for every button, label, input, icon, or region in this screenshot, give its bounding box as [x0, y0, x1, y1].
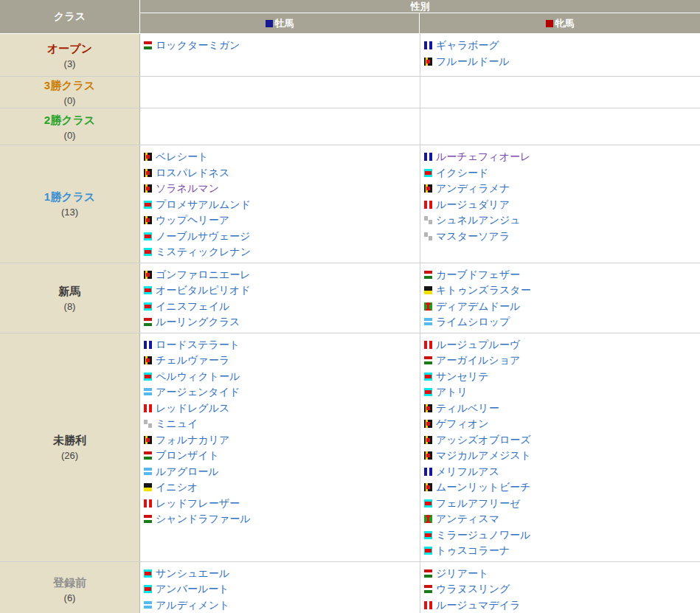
- horse-link[interactable]: ルージュダリア: [436, 198, 510, 210]
- horse-link[interactable]: アンティスマ: [436, 513, 499, 524]
- horse-item: アトリ: [424, 384, 697, 401]
- horse-link[interactable]: アッシズオブローズ: [436, 434, 531, 446]
- horse-link[interactable]: ウラヌスリング: [436, 583, 510, 595]
- red-white-green-flag-icon: [144, 41, 152, 49]
- horse-link[interactable]: レッドレグルス: [156, 402, 229, 414]
- horse-link[interactable]: イニスフェイル: [156, 300, 229, 312]
- female-horses-cell: ジリアートウラヌスリングルージュマデイラ: [420, 562, 700, 613]
- cyan-red-silk-icon: [424, 169, 432, 177]
- horse-link[interactable]: ソラネルマン: [156, 182, 219, 194]
- horse-link[interactable]: ルージュプルーヴ: [436, 339, 520, 350]
- horse-link[interactable]: ルーリングクラス: [156, 316, 240, 328]
- class-row: 2勝クラス(0): [0, 108, 700, 145]
- horse-link[interactable]: マスターソアラ: [436, 230, 510, 242]
- horse-link[interactable]: ペルウィクトール: [156, 370, 240, 382]
- table-body: オープン(3)ロックターミガンギャラボーグフルールドール3勝クラス(0)2勝クラ…: [0, 34, 700, 613]
- horse-item: アンバールート: [144, 581, 417, 598]
- horse-link[interactable]: ムーンリットビーチ: [436, 481, 530, 493]
- horse-link[interactable]: オービタルピリオド: [156, 284, 251, 296]
- horse-link[interactable]: カーブドフェザー: [436, 269, 520, 280]
- horse-link[interactable]: プロメサアルムンド: [156, 198, 251, 210]
- horse-link[interactable]: サンセリテ: [436, 370, 489, 382]
- horse-link[interactable]: ロードステラート: [156, 339, 240, 350]
- horse-link[interactable]: メリフルアス: [436, 465, 499, 477]
- class-count: (26): [61, 450, 78, 461]
- class-cell: 登録前(6): [0, 562, 140, 613]
- red-white-silk-icon: [144, 404, 152, 412]
- horse-link[interactable]: ウップヘリーア: [156, 214, 229, 226]
- horse-link[interactable]: ミラージュノワール: [436, 529, 530, 541]
- horse-link[interactable]: サンシュエール: [156, 567, 229, 579]
- horse-link[interactable]: イクシード: [436, 167, 488, 179]
- red-white-green-flag-icon: [424, 569, 432, 578]
- horse-link[interactable]: ギャラボーグ: [436, 39, 499, 51]
- horse-item: ルーチェフィオーレ: [424, 149, 697, 165]
- red-white-green-flag-icon: [144, 451, 152, 460]
- horse-link[interactable]: イニシオ: [156, 481, 198, 493]
- horse-item: マジカルアメジスト: [424, 448, 697, 464]
- horse-link[interactable]: キトゥンズラスター: [436, 284, 531, 296]
- horse-link[interactable]: シュネルアンジュ: [436, 214, 521, 226]
- horse-item: ロックターミガン: [144, 38, 417, 54]
- horse-item: ルージュプルーヴ: [424, 337, 697, 353]
- horse-link[interactable]: ゴンファロニエーレ: [156, 269, 251, 280]
- horse-link[interactable]: レッドフレーザー: [156, 497, 240, 509]
- black-yellow-red-silk-icon: [424, 436, 432, 444]
- class-label: オープン: [47, 41, 92, 56]
- horse-link[interactable]: ティルベリー: [436, 402, 499, 414]
- horse-item: トゥスコラーナ: [424, 543, 697, 559]
- horse-link[interactable]: ノーブルサヴェージ: [156, 230, 250, 242]
- horse-link[interactable]: ライムシロップ: [436, 316, 510, 328]
- horse-link[interactable]: フルールドール: [436, 55, 510, 67]
- class-label: 3勝クラス: [44, 78, 95, 93]
- horse-item: ウラヌスリング: [424, 581, 697, 598]
- cyan-red-silk-icon: [144, 302, 152, 311]
- male-column-header: 牡馬: [140, 13, 420, 33]
- class-count: (0): [64, 95, 76, 106]
- female-horses-cell: [420, 108, 700, 145]
- green-red-silk-icon: [424, 302, 432, 311]
- horse-item: ルーリングクラス: [144, 314, 417, 330]
- horse-link[interactable]: フォルナカリア: [156, 434, 229, 446]
- horse-link[interactable]: ルージュマデイラ: [436, 599, 520, 611]
- horse-link[interactable]: ルーチェフィオーレ: [436, 150, 530, 162]
- black-yellow-red-silk-icon: [424, 483, 432, 491]
- class-row: 登録前(6)サンシュエールアンバールートアルディメントジリアートウラヌスリングル…: [0, 562, 700, 613]
- female-horses-cell: ギャラボーグフルールドール: [420, 34, 700, 76]
- class-column-header: クラス: [0, 0, 140, 33]
- class-cell: 2勝クラス(0): [0, 108, 140, 145]
- horse-link[interactable]: ベレシート: [156, 150, 208, 162]
- horse-link[interactable]: アーガイルショア: [436, 354, 520, 366]
- horse-link[interactable]: アルディメント: [156, 599, 229, 611]
- horse-link[interactable]: ブロンザイト: [156, 449, 219, 461]
- cyan-red-silk-icon: [144, 201, 152, 209]
- horse-link[interactable]: ロスパレドネス: [156, 167, 229, 179]
- horse-link[interactable]: ゲフィオン: [436, 418, 489, 429]
- horse-link[interactable]: ミスティックレナン: [156, 246, 251, 257]
- horse-link[interactable]: アンバールート: [156, 583, 229, 595]
- horse-link[interactable]: ルアグロール: [156, 465, 219, 477]
- horse-item: ブロンザイト: [144, 448, 417, 464]
- horse-link[interactable]: アージェンタイド: [156, 386, 240, 398]
- horse-link[interactable]: マジカルアメジスト: [436, 449, 531, 461]
- table-header: クラス 性別 牡馬 牝馬: [0, 0, 700, 34]
- horse-item: アンティスマ: [424, 511, 697, 527]
- horse-link[interactable]: シャンドラファール: [156, 513, 251, 524]
- cyan-red-silk-icon: [144, 585, 152, 593]
- horse-item: ジリアート: [424, 566, 697, 582]
- horse-item: イニスフェイル: [144, 299, 417, 315]
- horse-item: ルアグロール: [144, 464, 417, 480]
- horse-link[interactable]: ディアデムドール: [436, 300, 520, 312]
- horse-link[interactable]: ロックターミガン: [156, 39, 240, 51]
- horse-link[interactable]: ジリアート: [436, 567, 488, 579]
- skyblue-stripe-silk-icon: [144, 468, 152, 476]
- class-cell: 新馬(8): [0, 263, 140, 333]
- horse-link[interactable]: トゥスコラーナ: [436, 544, 510, 556]
- black-yellow-red-silk-icon: [144, 216, 152, 224]
- class-cell: 1勝クラス(13): [0, 145, 140, 263]
- horse-link[interactable]: フェルアフリーゼ: [436, 497, 520, 509]
- horse-link[interactable]: アンディラメナ: [436, 182, 510, 194]
- horse-link[interactable]: アトリ: [436, 386, 468, 398]
- horse-link[interactable]: チェルヴァーラ: [156, 354, 229, 366]
- horse-link[interactable]: ミニュイ: [156, 418, 198, 429]
